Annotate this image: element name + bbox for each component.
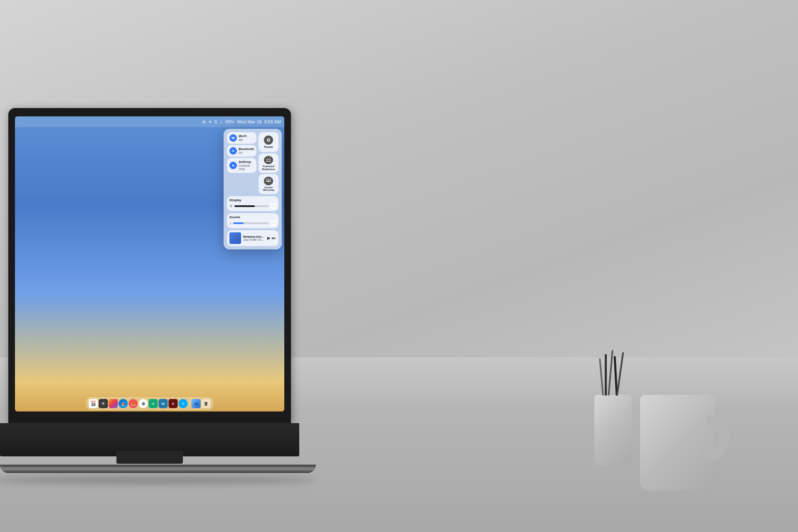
wifi-menu-icon[interactable]: ⊛ [202, 119, 206, 125]
dock-skype[interactable]: S [179, 399, 188, 408]
pen-1 [605, 354, 607, 396]
display-brightness-icon: ☀ [229, 204, 233, 208]
cc-left-stack: Wi-Fi wifi [227, 132, 256, 194]
track-artist: Jazz Guitar Club – Relaxing in... [243, 238, 265, 241]
airdrop-tile-icon [229, 162, 237, 169]
svg-point-0 [232, 165, 234, 166]
mug-handle [707, 416, 729, 461]
menu-bar-datetime: Wed Mar 16 [237, 119, 262, 124]
laptop-trackpad [116, 451, 183, 464]
cc-right-stack: Focus KeyboardBrightness [259, 132, 278, 194]
dock-excel[interactable]: X [149, 399, 158, 408]
svg-rect-4 [266, 161, 268, 162]
dock-safari[interactable]: ⛵ [119, 399, 128, 408]
screen-mirroring-label: ScreenMirroring [263, 186, 274, 192]
svg-rect-9 [268, 180, 269, 182]
dock-calendar[interactable]: MON 16 [89, 399, 98, 408]
sound-slider-fill [233, 222, 244, 224]
focus-tile[interactable]: Focus [259, 132, 278, 152]
dock-trash[interactable]: 🗑 [202, 399, 211, 408]
svg-rect-2 [268, 159, 269, 160]
pen-holder-group [592, 362, 634, 466]
coffee-mug-group [640, 378, 732, 490]
now-playing-section: 🎵 Relaxing Instrumental J... Jazz Guitar… [227, 230, 278, 246]
bluetooth-tile[interactable]: Bluetooth On [227, 145, 256, 157]
laptop-hinge [0, 465, 316, 473]
play-button[interactable]: ▶ [267, 236, 271, 240]
playback-controls: ▶ ⏭ [267, 236, 276, 240]
menu-bar: ⊛ ✦ S ⌕ 89% Wed Mar 16 9:56 AM [15, 116, 284, 127]
wifi-subtitle: wifi [239, 138, 246, 142]
dock-slack[interactable]: S [169, 399, 178, 408]
scene: ⊛ ✦ S ⌕ 89% Wed Mar 16 9:56 AM [0, 0, 798, 532]
sound-slider-track[interactable] [233, 222, 269, 224]
control-center-panel: Wi-Fi wifi [224, 129, 282, 249]
dock-siri[interactable]: ✦ [99, 399, 108, 408]
spotlight-icon[interactable]: ⌕ [220, 119, 223, 124]
dock-firefox[interactable]: 🦊 [129, 399, 138, 408]
track-info: Relaxing Instrumental J... Jazz Guitar C… [243, 235, 265, 241]
laptop-screen-frame: ⊛ ✦ S ⌕ 89% Wed Mar 16 9:56 AM [8, 108, 291, 424]
album-art: 🎵 [229, 232, 241, 244]
keyboard-brightness-label: KeyboardBrightness [262, 165, 275, 170]
svg-rect-6 [267, 158, 268, 159]
battery-icon: 89% [225, 119, 234, 124]
airdrop-subtitle: Contacts Only [239, 164, 254, 171]
bt-menu-icon[interactable]: ✦ [208, 119, 212, 125]
svg-rect-5 [269, 161, 271, 162]
slack-menu-icon[interactable]: S [214, 119, 217, 124]
laptop-screen: ⊛ ✦ S ⌕ 89% Wed Mar 16 9:56 AM [15, 116, 284, 411]
sound-slider-row: ♪ ⋯ [229, 220, 276, 226]
svg-rect-3 [270, 159, 271, 160]
sound-settings-button[interactable]: ⋯ [270, 220, 276, 226]
pen-5 [599, 358, 604, 396]
sound-section: Sound ♪ ⋯ [227, 213, 278, 228]
bluetooth-tile-text: Bluetooth On [239, 147, 254, 155]
bluetooth-title: Bluetooth [239, 147, 254, 151]
airdrop-title: AirDrop [239, 160, 254, 164]
wifi-tile-text: Wi-Fi wifi [239, 134, 246, 142]
bluetooth-tile-icon [229, 147, 237, 155]
display-slider-row: ☀ ⋯ [229, 203, 276, 209]
screen-mirroring-tile[interactable]: ScreenMirroring [259, 174, 278, 194]
pen-holder-cup [594, 395, 632, 466]
dock-chrome[interactable]: ⊕ [139, 399, 148, 408]
display-slider-track[interactable] [234, 205, 268, 207]
wifi-tile[interactable]: Wi-Fi wifi [227, 132, 256, 144]
menu-bar-right: ⊛ ✦ S ⌕ 89% Wed Mar 16 9:56 AM [202, 119, 281, 125]
keyboard-brightness-icon [264, 156, 273, 164]
bluetooth-subtitle: On [239, 151, 254, 155]
wifi-title: Wi-Fi [239, 134, 246, 138]
focus-label: Focus [264, 145, 273, 149]
airdrop-tile[interactable]: AirDrop Contacts Only [227, 158, 256, 173]
screen-mirroring-icon [264, 177, 273, 185]
laptop: ⊛ ✦ S ⌕ 89% Wed Mar 16 9:56 AM [0, 108, 316, 482]
dock-divider [190, 400, 190, 408]
display-section: Display ☀ ⋯ [227, 196, 278, 211]
svg-rect-1 [266, 159, 267, 160]
cc-top-grid: Wi-Fi wifi [227, 132, 278, 194]
focus-icon [264, 135, 273, 145]
display-settings-button[interactable]: ⋯ [270, 203, 276, 209]
sound-speaker-icon: ♪ [229, 221, 232, 225]
menu-bar-time: 9:56 AM [264, 119, 281, 124]
airdrop-tile-text: AirDrop Contacts Only [239, 160, 254, 171]
sound-label: Sound [229, 215, 276, 219]
mug-body [640, 395, 715, 490]
display-label: Display [229, 198, 276, 202]
dock-word[interactable]: W [159, 399, 168, 408]
track-title: Relaxing Instrumental J... [243, 235, 265, 238]
macos-dock: MON 16 ✦ ⛵ 🦊 ⊕ X [86, 397, 213, 410]
wifi-tile-icon [229, 134, 237, 142]
keyboard-brightness-tile[interactable]: KeyboardBrightness [259, 153, 278, 173]
macos-desktop: ⊛ ✦ S ⌕ 89% Wed Mar 16 9:56 AM [15, 116, 284, 411]
dock-finder[interactable]: 🗂 [192, 399, 201, 408]
display-slider-fill [234, 205, 255, 207]
skip-button[interactable]: ⏭ [272, 236, 276, 240]
dock-photos[interactable] [109, 399, 118, 408]
svg-rect-7 [269, 158, 270, 159]
